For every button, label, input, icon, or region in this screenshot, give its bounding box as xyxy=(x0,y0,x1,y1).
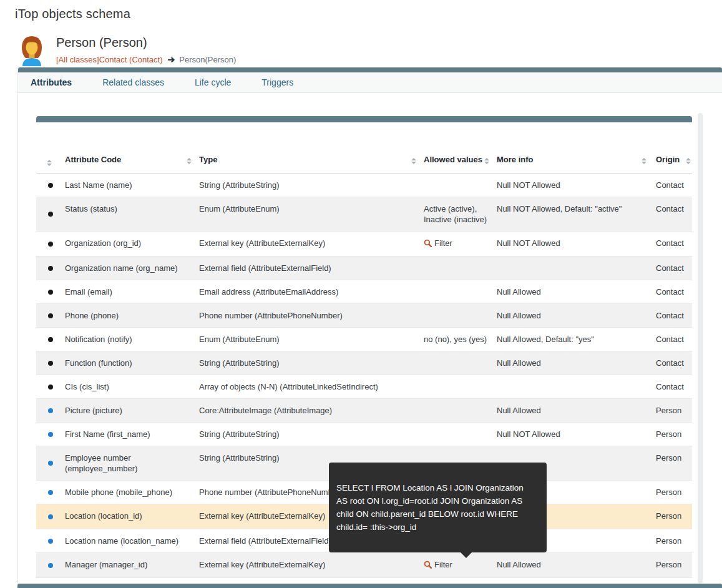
origin-bullet-icon xyxy=(48,514,53,519)
cell-bullet xyxy=(36,257,65,280)
column-header-more-info[interactable]: More info xyxy=(497,155,654,164)
column-header-type[interactable]: Type xyxy=(199,155,424,164)
origin-bullet-icon xyxy=(48,337,53,342)
sort-icon xyxy=(411,158,416,164)
cell-origin: Contact xyxy=(654,280,692,303)
breadcrumb-all-classes-link[interactable]: [All classes] xyxy=(56,55,99,64)
cell-more-info: Null Allowed xyxy=(497,280,654,303)
table-row[interactable]: Picture (picture) Core:AttributeImage (A… xyxy=(36,399,692,423)
page-title: iTop objects schema xyxy=(15,7,130,21)
cell-attribute-code: Organization (org_id) xyxy=(65,232,199,256)
table-top-bar xyxy=(36,116,692,122)
filter-label: Filter xyxy=(434,559,452,570)
column-header-allowed-values[interactable]: Allowed values xyxy=(424,155,497,164)
table-row[interactable]: Phone (phone) Phone number (AttributePho… xyxy=(36,304,692,328)
origin-bullet-icon xyxy=(48,408,53,413)
filter-link[interactable]: Filter xyxy=(424,238,452,248)
tab-bar: Attributes Related classes Life cycle Tr… xyxy=(18,72,722,93)
cell-more-info: Null NOT Allowed xyxy=(497,423,654,446)
cell-bullet xyxy=(36,423,65,446)
cell-more-info: Null Allowed xyxy=(497,399,654,422)
cell-attribute-code: Mobile phone (mobile_phone) xyxy=(65,481,199,504)
tab-life-cycle[interactable]: Life cycle xyxy=(195,77,231,87)
allowed-values-text: Active (active), Inactive (inactive) xyxy=(424,204,487,224)
cell-bullet xyxy=(36,197,65,231)
tab-panel-top-bar xyxy=(18,67,722,72)
person-avatar-icon xyxy=(17,35,46,66)
table-row[interactable]: Organization name (org_name) External fi… xyxy=(36,257,692,280)
sort-icon xyxy=(686,158,691,164)
table-row[interactable]: Email (email) Email address (AttributeEm… xyxy=(36,280,692,304)
cell-more-info: Null NOT Allowed, Default: "active" xyxy=(497,197,654,231)
origin-bullet-icon xyxy=(48,290,53,295)
cell-type: Core:AttributeImage (AttributeImage) xyxy=(199,399,424,422)
table-row[interactable]: Organization (org_id) External key (Attr… xyxy=(36,232,692,257)
table-row[interactable]: Function (function) String (AttributeStr… xyxy=(36,351,692,375)
cell-attribute-code: Location name (location_name) xyxy=(65,529,199,552)
cell-origin: Person xyxy=(654,504,692,529)
cell-type: External key (AttributeExternalKey) xyxy=(199,232,424,256)
tab-attributes[interactable]: Attributes xyxy=(31,77,72,87)
class-title: Person (Person) xyxy=(56,36,236,50)
cell-bullet xyxy=(36,328,65,351)
oql-filter-tooltip: SELECT l FROM Location AS l JOIN Organiz… xyxy=(329,463,547,552)
cell-type: Enum (AttributeEnum) xyxy=(199,197,424,231)
tab-triggers[interactable]: Triggers xyxy=(261,77,293,87)
cell-more-info: Null NOT Allowed xyxy=(497,174,654,197)
cell-attribute-code: Location (location_id) xyxy=(65,504,199,529)
table-row[interactable]: Manager (manager_id) External key (Attri… xyxy=(36,553,692,578)
origin-bullet-icon xyxy=(48,361,53,366)
tab-related-classes[interactable]: Related classes xyxy=(102,77,164,87)
table-row[interactable]: First Name (first_name) String (Attribut… xyxy=(36,423,692,446)
allowed-values-text: no (no), yes (yes) xyxy=(424,335,487,344)
origin-bullet-icon xyxy=(48,266,53,271)
breadcrumb-parent-link[interactable]: Contact (Contact) xyxy=(99,55,163,64)
tooltip-caret-icon xyxy=(461,552,472,558)
column-header-attribute-code[interactable]: Attribute Code xyxy=(65,155,199,164)
breadcrumb-current: Person(Person) xyxy=(179,55,236,64)
tooltip-text: SELECT l FROM Location AS l JOIN Organiz… xyxy=(336,483,524,532)
cell-bullet xyxy=(36,304,65,327)
column-header-origin[interactable]: Origin xyxy=(654,155,692,164)
cell-allowed-values: Active (active), Inactive (inactive) xyxy=(424,197,497,231)
cell-origin: Person xyxy=(654,423,692,446)
cell-allowed-values xyxy=(424,423,497,446)
cell-type: String (AttributeString) xyxy=(199,174,424,197)
cell-attribute-code: Function (function) xyxy=(65,351,199,375)
table-row[interactable]: Status (status) Enum (AttributeEnum) Act… xyxy=(36,197,692,232)
cell-type: Phone number (AttributePhoneNumber) xyxy=(199,304,424,327)
filter-link[interactable]: Filter xyxy=(424,559,452,570)
cell-type: String (AttributeString) xyxy=(199,351,424,375)
cell-bullet xyxy=(36,504,65,529)
cell-origin: Contact xyxy=(654,304,692,327)
cell-allowed-values xyxy=(424,257,497,280)
cell-attribute-code: Last Name (name) xyxy=(65,174,199,197)
table-row[interactable]: Last Name (name) String (AttributeString… xyxy=(36,174,692,197)
cell-origin: Contact xyxy=(654,197,692,231)
cell-origin: Person xyxy=(654,553,692,577)
vertical-scrollbar[interactable] xyxy=(698,113,703,584)
cell-origin: Contact xyxy=(654,328,692,351)
cell-attribute-code: Organization name (org_name) xyxy=(65,257,199,280)
cell-allowed-values: Filter xyxy=(424,232,497,256)
cell-type: Array of objects (N-N) (AttributeLinkedS… xyxy=(199,375,424,398)
cell-bullet xyxy=(36,375,65,398)
cell-origin: Contact xyxy=(654,174,692,197)
sort-icon xyxy=(47,160,52,166)
table-row[interactable]: Notification (notify) Enum (AttributeEnu… xyxy=(36,328,692,351)
sort-icon xyxy=(642,158,646,164)
column-header-bullet[interactable] xyxy=(36,157,65,166)
cell-allowed-values xyxy=(424,375,497,398)
arrow-right-icon: ➔ xyxy=(168,54,175,64)
table-row[interactable]: CIs (cis_list) Array of objects (N-N) (A… xyxy=(36,375,692,399)
cell-more-info: Null Allowed, Default: "yes" xyxy=(497,328,654,351)
origin-bullet-icon xyxy=(48,385,53,390)
cell-attribute-code: Email (email) xyxy=(65,280,199,303)
cell-more-info xyxy=(497,375,654,398)
cell-more-info: Null Allowed xyxy=(497,351,654,375)
cell-attribute-code: Status (status) xyxy=(65,197,199,231)
sort-icon xyxy=(484,158,489,164)
origin-bullet-icon xyxy=(48,461,53,466)
cell-attribute-code: CIs (cis_list) xyxy=(65,375,199,398)
origin-bullet-icon xyxy=(48,539,53,544)
